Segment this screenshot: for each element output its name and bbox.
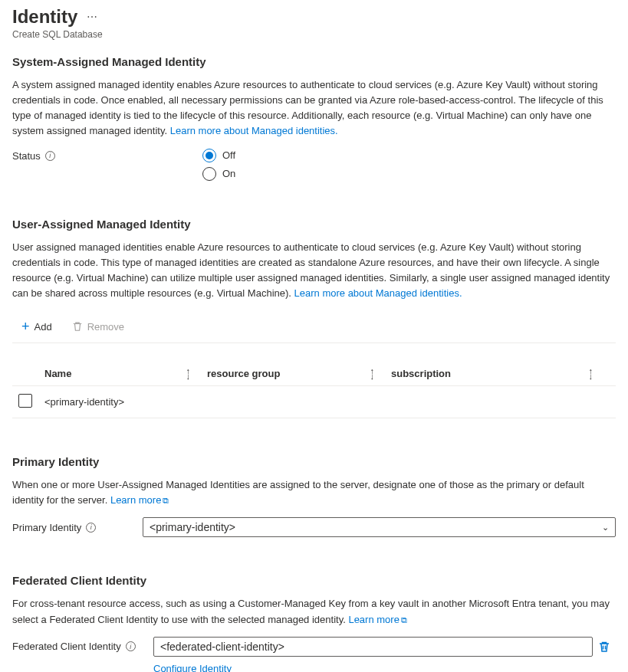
identity-toolbar: + Add Remove: [12, 310, 616, 343]
chevron-down-icon: ⌄: [602, 523, 609, 533]
federated-label-text: Federated Client Identity: [12, 641, 121, 652]
table-header-row: Name ↑↓ resource group ↑↓ subscription ↑…: [12, 362, 616, 386]
primary-identity-label-text: Primary Identity: [12, 522, 81, 533]
primary-identity-learn-more-link[interactable]: Learn more⧉: [110, 494, 169, 506]
status-radio-on[interactable]: On: [202, 167, 235, 181]
status-radio-off[interactable]: Off: [202, 149, 235, 162]
trash-icon: [598, 641, 610, 653]
federated-learn-more-link[interactable]: Learn more⧉: [348, 614, 406, 625]
trash-icon: [72, 321, 83, 332]
row-checkbox[interactable]: [18, 394, 32, 408]
page-subtitle: Create SQL Database: [12, 29, 616, 40]
federated-value: <federated-client-identity>: [160, 641, 284, 653]
radio-inner: [205, 152, 213, 159]
info-icon[interactable]: i: [45, 151, 55, 161]
configure-identity-link[interactable]: Configure Identity: [153, 663, 232, 672]
section-system-assigned-heading: System-Assigned Managed Identity: [12, 55, 616, 68]
federated-label: Federated Client Identity i: [12, 641, 153, 652]
external-link-icon: ⧉: [163, 496, 169, 505]
federated-description: For cross-tenant resource access, such a…: [12, 596, 616, 627]
col-sub-header[interactable]: subscription ↑↓: [391, 368, 610, 379]
col-name-header-text: Name: [44, 368, 71, 379]
plus-icon: +: [21, 320, 30, 333]
section-primary-identity-heading: Primary Identity: [12, 455, 616, 468]
primary-identity-label: Primary Identity i: [12, 522, 143, 533]
col-sub-header-text: subscription: [391, 368, 451, 379]
remove-button-label: Remove: [87, 321, 124, 333]
add-button-label: Add: [35, 321, 52, 333]
status-radio-group: Off On: [202, 149, 235, 181]
col-rg-header-text: resource group: [207, 368, 280, 379]
radio-outer: [202, 149, 216, 162]
system-assigned-learn-more-link[interactable]: Learn more about Managed identities.: [170, 125, 338, 136]
table-row[interactable]: <primary-identity>: [12, 386, 616, 418]
col-rg-header[interactable]: resource group ↑↓: [207, 368, 391, 379]
primary-identity-desc-text: When one or more User-Assigned Managed I…: [12, 479, 584, 506]
sort-icon: ↑↓: [186, 369, 191, 379]
info-icon[interactable]: i: [126, 641, 136, 651]
federated-desc-text: For cross-tenant resource access, such a…: [12, 598, 610, 624]
external-link-icon: ⧉: [401, 615, 407, 624]
identity-table: Name ↑↓ resource group ↑↓ subscription ↑…: [12, 362, 616, 418]
info-icon[interactable]: i: [86, 523, 96, 533]
section-user-assigned-heading: User-Assigned Managed Identity: [12, 218, 616, 231]
remove-button: Remove: [69, 320, 127, 334]
sort-icon: ↑↓: [370, 369, 375, 379]
status-on-label: On: [222, 168, 235, 179]
primary-identity-learn-more-text: Learn more: [110, 494, 161, 506]
primary-identity-select[interactable]: <primary-identity> ⌄: [143, 517, 616, 537]
system-assigned-description: A system assigned managed identity enabl…: [12, 77, 616, 139]
col-name-header[interactable]: Name ↑↓: [44, 368, 207, 379]
delete-federated-button[interactable]: [593, 641, 616, 653]
status-label: Status i: [12, 149, 202, 162]
sort-icon: ↑↓: [589, 369, 593, 379]
primary-identity-value: <primary-identity>: [150, 521, 235, 533]
row-name-cell: <primary-identity>: [44, 396, 207, 408]
page-title: Identity: [12, 6, 77, 28]
user-assigned-learn-more-link[interactable]: Learn more about Managed identities.: [294, 287, 462, 299]
more-actions-button[interactable]: ⋯: [87, 11, 97, 23]
status-off-label: Off: [222, 149, 235, 161]
federated-client-input[interactable]: <federated-client-identity>: [153, 637, 593, 657]
status-label-text: Status: [12, 150, 41, 162]
user-assigned-description: User assigned managed identities enable …: [12, 240, 616, 302]
section-federated-heading: Federated Client Identity: [12, 574, 616, 587]
federated-learn-more-text: Learn more: [348, 614, 399, 625]
add-button[interactable]: + Add: [18, 318, 55, 335]
radio-outer: [202, 167, 216, 181]
primary-identity-description: When one or more User-Assigned Managed I…: [12, 477, 616, 508]
